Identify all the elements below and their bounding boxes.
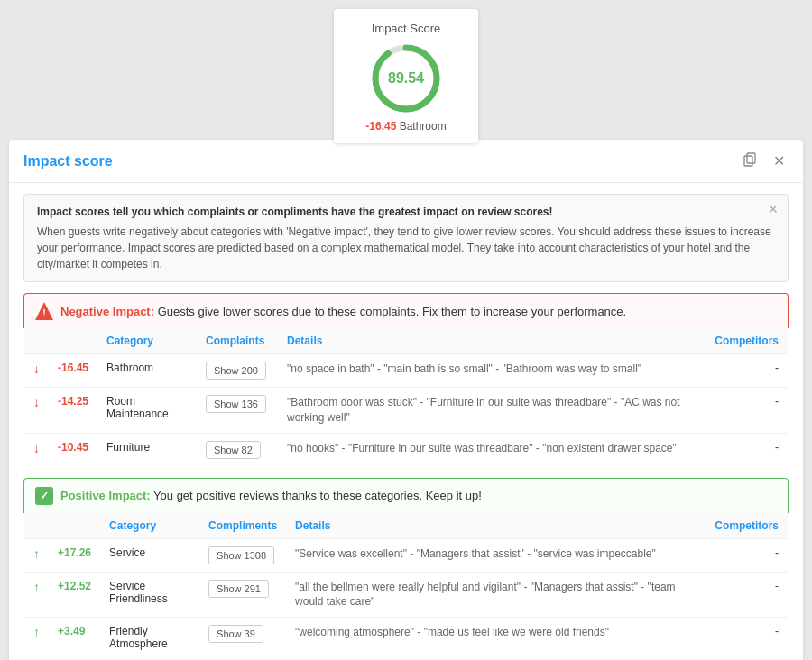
- panel-body: Impact scores tell you which complaints …: [9, 194, 803, 660]
- neg-competitors-0: -: [706, 354, 788, 388]
- neg-details-1: "Bathroom door was stuck" - "Furniture i…: [278, 388, 706, 434]
- positive-impact-section: ✓ Positive Impact: You get positive revi…: [23, 478, 789, 659]
- neg-table-row: ↓ -14.25 Room Maintenance Show 136 "Bath…: [24, 388, 789, 434]
- neg-col-competitors: Competitors: [706, 328, 788, 354]
- neg-col-category: Category: [97, 328, 197, 354]
- pos-arrow-0: ↑: [24, 538, 50, 572]
- pos-col-score: [49, 513, 100, 539]
- pos-col-arrow: [24, 513, 50, 539]
- pos-col-competitors: Competitors: [706, 513, 788, 539]
- pos-competitors-2: -: [706, 618, 788, 658]
- svg-rect-3: [747, 153, 755, 163]
- negative-label-bold: Negative Impact:: [60, 305, 154, 318]
- pos-show-btn-2[interactable]: Show 39: [208, 625, 263, 643]
- pos-competitors-0: -: [706, 538, 788, 572]
- neg-details-2: "no hooks" - "Furniture in our suite was…: [278, 433, 706, 466]
- pos-col-category: Category: [100, 513, 199, 539]
- gauge-value: 89.54: [388, 70, 424, 87]
- pos-details-2: "welcoming atmosphere" - "made us feel l…: [286, 618, 706, 658]
- neg-count-btn-cell-1: Show 136: [197, 388, 278, 434]
- pos-show-btn-1[interactable]: Show 291: [208, 580, 269, 598]
- neg-competitors-2: -: [706, 433, 788, 466]
- neg-count-btn-cell-0: Show 200: [197, 354, 278, 388]
- neg-competitors-1: -: [706, 388, 788, 434]
- pos-category-0: Service: [100, 538, 199, 572]
- pos-details-1: "all the bellmen were really helpful and…: [286, 572, 706, 618]
- pos-count-btn-cell-0: Show 1308: [199, 538, 286, 572]
- neg-table-row: ↓ -16.45 Bathroom Show 200 "no space in …: [24, 354, 789, 388]
- info-box-title: Impact scores tell you which complaints …: [37, 204, 775, 220]
- pos-table-row: ↑ +17.26 Service Show 1308 "Service was …: [24, 538, 789, 572]
- pos-score-0: +17.26: [49, 538, 100, 572]
- neg-score-2: -10.45: [49, 433, 97, 466]
- check-icon: ✓: [35, 487, 53, 505]
- neg-category-1: Room Maintenance: [97, 388, 197, 434]
- positive-label-bold: Positive Impact:: [60, 489, 151, 502]
- neg-show-btn-0[interactable]: Show 200: [206, 362, 266, 380]
- pos-show-btn-0[interactable]: Show 1308: [208, 546, 274, 564]
- pos-competitors-1: -: [706, 572, 788, 618]
- negative-impact-section: ! Negative Impact: Guests give lower sco…: [23, 293, 789, 467]
- neg-show-btn-1[interactable]: Show 136: [206, 395, 266, 413]
- neg-arrow-0: ↓: [24, 354, 50, 388]
- neg-arrow-2: ↓: [24, 433, 50, 466]
- neg-score-0: -16.45: [49, 354, 97, 388]
- impact-score-card: Impact Score 89.54 -16.45 Bathroom: [334, 9, 478, 143]
- neg-show-btn-2[interactable]: Show 82: [206, 441, 261, 459]
- neg-category-2: Furniture: [97, 433, 197, 466]
- positive-impact-table: Category Compliments Details Competitors…: [23, 513, 789, 659]
- neg-col-count: Complaints: [197, 328, 278, 354]
- positive-section-header: ✓ Positive Impact: You get positive revi…: [23, 478, 789, 513]
- close-button[interactable]: ✕: [770, 152, 789, 170]
- info-box-body: When guests write negatively about categ…: [37, 225, 771, 270]
- neg-col-details: Details: [278, 328, 706, 354]
- neg-category-0: Bathroom: [97, 354, 197, 388]
- card-title: Impact Score: [354, 22, 458, 35]
- negative-section-header: ! Negative Impact: Guests give lower sco…: [23, 293, 789, 328]
- neg-col-score: [49, 328, 97, 354]
- positive-label-normal: You get positive reviews thanks to these…: [153, 489, 482, 502]
- gauge-chart: 89.54: [370, 42, 442, 115]
- svg-rect-2: [744, 156, 752, 166]
- pos-arrow-1: ↑: [24, 572, 50, 618]
- pos-score-2: +3.49: [49, 618, 100, 658]
- pos-details-0: "Service was excellent" - "Managers that…: [286, 538, 706, 572]
- impact-score-panel: Impact score ✕ Impact scores tell you wh…: [9, 140, 803, 660]
- pos-category-1: Service Friendliness: [100, 572, 199, 618]
- warning-icon: !: [35, 302, 53, 320]
- pos-count-btn-cell-2: Show 39: [199, 618, 286, 658]
- panel-header: Impact score ✕: [9, 140, 803, 183]
- panel-actions: ✕: [739, 151, 789, 171]
- pos-count-btn-cell-1: Show 291: [199, 572, 286, 618]
- neg-score-1: -14.25: [49, 388, 97, 434]
- neg-col-arrow: [24, 328, 50, 354]
- copy-button[interactable]: [739, 151, 761, 171]
- neg-arrow-1: ↓: [24, 388, 50, 434]
- negative-score-label: -16.45 Bathroom: [354, 120, 458, 133]
- panel-title: Impact score: [23, 153, 113, 170]
- pos-table-row: ↑ +12.52 Service Friendliness Show 291 "…: [24, 572, 789, 618]
- negative-label-normal: Guests give lower scores due to these co…: [158, 305, 627, 318]
- neg-table-row: ↓ -10.45 Furniture Show 82 "no hooks" - …: [24, 433, 789, 466]
- pos-arrow-2: ↑: [24, 618, 50, 658]
- neg-count-btn-cell-2: Show 82: [197, 433, 278, 466]
- negative-impact-table: Category Complaints Details Competitors …: [23, 328, 789, 467]
- info-box: Impact scores tell you which complaints …: [23, 194, 789, 282]
- pos-col-count: Compliments: [199, 513, 286, 539]
- pos-col-details: Details: [286, 513, 706, 539]
- pos-category-2: Friendly Atmosphere: [100, 618, 199, 658]
- info-box-close-button[interactable]: ✕: [768, 202, 779, 216]
- pos-score-1: +12.52: [49, 572, 100, 618]
- pos-table-row: ↑ +3.49 Friendly Atmosphere Show 39 "wel…: [24, 618, 789, 658]
- neg-details-0: "no space in bath" - "main bath is so sm…: [278, 354, 706, 388]
